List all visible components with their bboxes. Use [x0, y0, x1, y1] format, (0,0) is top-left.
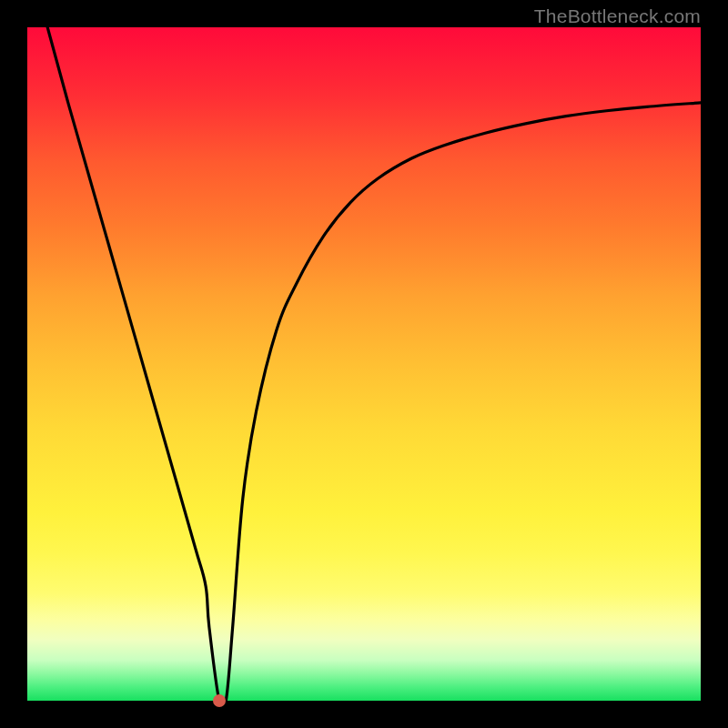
watermark-text: TheBottleneck.com [534, 5, 701, 27]
curve-svg [27, 27, 701, 701]
curve-line [47, 27, 701, 701]
min-point-marker [213, 694, 226, 707]
plot-area [27, 27, 701, 701]
chart-container: TheBottleneck.com [0, 0, 728, 728]
